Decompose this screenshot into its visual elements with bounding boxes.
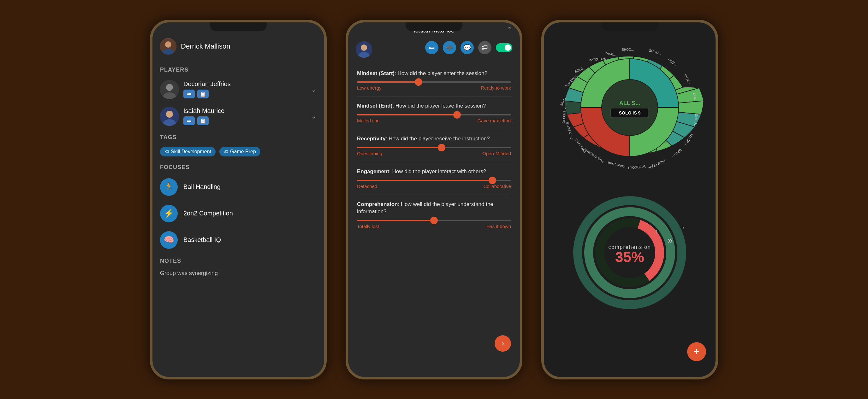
- slider-label-3: Engagement: How did the player interact …: [357, 168, 511, 175]
- slider-high-4: Has it down: [486, 224, 511, 229]
- radial-chart: ALL S... SOLO IS 9 SHOU... POS... TRAI..…: [551, 29, 709, 187]
- divider-0: [357, 96, 511, 97]
- p3-content: ALL S... SOLO IS 9 SHOU... POS... TRAI..…: [544, 23, 716, 377]
- slider-track-3[interactable]: [357, 180, 511, 181]
- tags-section-label: TAGS: [152, 130, 324, 144]
- avatar-isaiah-p2: [356, 41, 372, 58]
- slider-track-0[interactable]: [357, 81, 511, 82]
- chevron-decorian[interactable]: ⌄: [311, 86, 317, 93]
- action-btn-chat[interactable]: 💬: [461, 41, 474, 54]
- player-icon-clipboard-decorian[interactable]: 📋: [197, 90, 209, 98]
- tag-chip-gameprep[interactable]: 🏷 Game Prep: [219, 147, 260, 157]
- header-name-derrick: Derrick Mallison: [181, 42, 230, 51]
- phone-2-screen: Isaiah Maurice 🛏 ➕ 💬 🏷 ⌃ Mindset (Start)…: [348, 23, 520, 377]
- svg-text:SHOO...: SHOO...: [622, 48, 634, 52]
- focuses-section-label: FOCUSES: [152, 160, 324, 174]
- slider-thumb-0[interactable]: [415, 78, 422, 86]
- avatar-decorian: [160, 80, 179, 99]
- add-fab-icon: +: [694, 346, 700, 357]
- player-icon-bed-isaiah[interactable]: 🛏: [183, 117, 195, 125]
- slider-bold-3: Engagement: [357, 168, 389, 174]
- collapse-btn[interactable]: ⌃: [506, 26, 512, 34]
- action-btn-tag[interactable]: 🏷: [478, 41, 491, 54]
- slider-track-4[interactable]: [357, 220, 511, 221]
- player-icon-bed-decorian[interactable]: 🛏: [183, 90, 195, 98]
- phone-notch-3: [601, 23, 658, 31]
- slider-mindset-start: Mindset (Start): How did the player ente…: [348, 65, 520, 95]
- comprehension-svg: → » ↑ comprehension 35%: [563, 196, 696, 309]
- player-row-isaiah[interactable]: Isaiah Maurice 🛏 📋 ⌄: [152, 103, 324, 130]
- action-btn-bed[interactable]: 🛏: [425, 41, 438, 54]
- slider-fill-4: [357, 220, 434, 221]
- toggle-switch[interactable]: [496, 43, 512, 52]
- phone-1: Derrick Mallison PLAYERS Decoria: [150, 20, 327, 379]
- slider-low-4: Totally lost: [357, 224, 379, 229]
- slider-labels-1: Mailed it in Gave max effort: [357, 118, 511, 123]
- player-row-decorian[interactable]: Decorian Jeffries 🛏 📋 ⌄: [152, 76, 324, 103]
- p2-content: Mindset (Start): How did the player ente…: [348, 62, 520, 377]
- focus-icon-ball: 🏃: [160, 178, 178, 196]
- divider-3: [357, 195, 511, 195]
- phone-2: Isaiah Maurice 🛏 ➕ 💬 🏷 ⌃ Mindset (Start)…: [346, 20, 522, 379]
- svg-point-1: [165, 41, 172, 47]
- slider-track-1[interactable]: [357, 114, 511, 115]
- tag-row: 🏷 Skill Development 🏷 Game Prep: [152, 144, 324, 160]
- player-name-isaiah: Isaiah Maurice: [183, 107, 307, 114]
- slider-thumb-2[interactable]: [438, 144, 445, 152]
- player-name-decorian: Decorian Jeffries: [183, 80, 307, 88]
- focus-2on2[interactable]: ⚡ 2on2 Competition: [152, 200, 324, 227]
- slider-fill-0: [357, 81, 418, 82]
- players-section-label: PLAYERS: [152, 62, 324, 76]
- chevron-isaiah[interactable]: ⌄: [311, 112, 317, 120]
- arrow-up: ↑: [655, 227, 658, 235]
- slider-bold-1: Mindset (End): [357, 103, 392, 109]
- slider-low-0: Low energy: [357, 85, 382, 91]
- slider-fill-2: [357, 147, 441, 148]
- add-fab-button[interactable]: +: [687, 342, 706, 361]
- focus-ball-handling[interactable]: 🏃 Ball Handling: [152, 174, 324, 200]
- focus-icon-iq: 🧠: [160, 231, 178, 249]
- slider-labels-2: Questioning Open-Minded: [357, 151, 511, 156]
- radial-svg: ALL S... SOLO IS 9 SHOU... POS... TRAI..…: [551, 29, 709, 187]
- phone-3: ALL S... SOLO IS 9 SHOU... POS... TRAI..…: [541, 20, 718, 379]
- slider-engagement: Engagement: How did the player interact …: [348, 163, 520, 193]
- slider-bold-0: Mindset (Start): [357, 70, 395, 76]
- slider-track-2[interactable]: [357, 147, 511, 148]
- tag-chip-skill[interactable]: 🏷 Skill Development: [160, 147, 216, 157]
- focus-bball-iq[interactable]: 🧠 Basketball IQ: [152, 227, 324, 253]
- app-scene: Derrick Mallison PLAYERS Decoria: [0, 0, 868, 399]
- slider-fill-1: [357, 114, 457, 115]
- tag-icon-skill: 🏷: [164, 149, 169, 154]
- slider-label-1: Mindset (End): How did the player leave …: [357, 102, 511, 110]
- slider-low-3: Detached: [357, 184, 377, 189]
- slider-bold-2: Receptivity: [357, 136, 386, 142]
- svg-point-10: [361, 44, 367, 51]
- tag-icon-gameprep: 🏷: [224, 149, 228, 154]
- slider-labels-3: Detached Collaborative: [357, 184, 511, 189]
- slider-thumb-4[interactable]: [430, 217, 438, 224]
- next-button[interactable]: ›: [495, 335, 511, 352]
- slider-receptivity: Receptivity: How did the player receive …: [348, 131, 520, 161]
- phone-3-screen: ALL S... SOLO IS 9 SHOU... POS... TRAI..…: [544, 23, 716, 377]
- svg-point-4: [166, 84, 173, 91]
- avatar-isaiah-p1: [160, 107, 179, 126]
- action-btn-add[interactable]: ➕: [443, 41, 456, 54]
- slider-fill-3: [357, 180, 492, 181]
- notes-text: Group was synergizing: [152, 267, 324, 279]
- slider-thumb-3[interactable]: [489, 177, 496, 184]
- p1-content: PLAYERS Decorian Jeffries 🛏: [152, 60, 324, 377]
- player-info-isaiah: Isaiah Maurice 🛏 📋: [183, 107, 307, 125]
- player-icon-clipboard-isaiah[interactable]: 📋: [197, 117, 209, 125]
- player-icons-decorian: 🛏 📋: [183, 90, 307, 98]
- svg-text:ALL S...: ALL S...: [619, 100, 641, 106]
- slider-label-4: Comprehension: How well did the player u…: [357, 201, 511, 216]
- notes-section-label: NOTES: [152, 253, 324, 267]
- tag-label-skill: Skill Development: [171, 149, 211, 155]
- slider-label-2: Receptivity: How did the player receive …: [357, 135, 511, 142]
- slider-low-2: Questioning: [357, 151, 382, 156]
- slider-labels-0: Low energy Ready to work: [357, 85, 511, 91]
- focus-label-2on2: 2on2 Competition: [183, 210, 233, 217]
- slider-thumb-1[interactable]: [453, 111, 461, 119]
- comprehension-chart: → » ↑ comprehension 35%: [563, 193, 696, 312]
- tag-label-gameprep: Game Prep: [230, 149, 256, 155]
